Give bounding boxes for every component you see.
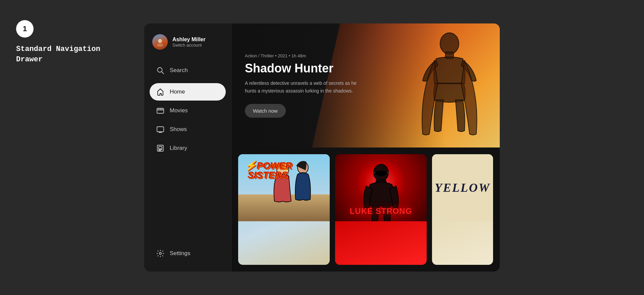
sidebar-item-home-label: Home <box>170 88 185 95</box>
svg-line-3 <box>162 72 164 74</box>
movies-icon <box>156 107 164 115</box>
profile-name: Ashley Miller <box>172 37 206 43</box>
sidebar-item-movies[interactable]: Movies <box>150 102 226 119</box>
shows-icon <box>156 125 164 133</box>
hero-meta: Action / Thriller • 2021 • 1h 48m <box>245 53 486 58</box>
movie-card-power-sisters-inner: ⚡POWERSISTERS <box>238 154 330 221</box>
content-grid: ⚡POWERSISTERS <box>231 148 500 272</box>
sidebar-bottom: Settings <box>144 239 231 272</box>
svg-point-16 <box>159 252 161 254</box>
avatar-inner <box>152 34 168 50</box>
sidebar-profile[interactable]: Ashley Miller Switch account <box>144 23 231 59</box>
svg-rect-9 <box>157 127 164 132</box>
profile-info: Ashley Miller Switch account <box>172 37 206 48</box>
svg-point-1 <box>157 43 163 47</box>
movie-card-luke-strong-inner: LUKE STRONG <box>335 154 427 221</box>
avatar <box>152 34 168 50</box>
left-annotation: 1 Standard Navigation Drawer <box>16 20 100 65</box>
nav-items: Search Home <box>144 59 231 239</box>
movie-card-yellow-inner: YELLOW <box>432 154 493 221</box>
library-icon <box>156 144 164 152</box>
sidebar-item-home[interactable]: Home <box>150 83 226 101</box>
sidebar: Ashley Miller Switch account Search <box>144 23 231 272</box>
power-sisters-bg: ⚡POWERSISTERS <box>238 154 330 221</box>
step-badge: 1 <box>16 20 34 38</box>
home-icon <box>156 88 164 96</box>
annotation-title: Standard Navigation Drawer <box>16 44 100 65</box>
hero-content: Action / Thriller • 2021 • 1h 48m Shadow… <box>231 23 500 148</box>
settings-icon <box>156 249 164 257</box>
svg-point-0 <box>158 39 162 43</box>
sidebar-item-shows-label: Shows <box>170 126 187 133</box>
yellow-bg: YELLOW <box>432 154 493 221</box>
sidebar-item-library[interactable]: Library <box>150 139 226 157</box>
sidebar-item-search-label: Search <box>170 67 188 74</box>
sidebar-item-search[interactable]: Search <box>150 62 226 79</box>
yellow-title: YELLOW <box>435 181 490 195</box>
hero-section: Action / Thriller • 2021 • 1h 48m Shadow… <box>231 23 500 148</box>
movie-card-power-sisters[interactable]: ⚡POWERSISTERS <box>238 154 330 265</box>
movie-card-luke-strong[interactable]: LUKE STRONG <box>335 154 427 265</box>
sidebar-item-settings-label: Settings <box>170 250 190 257</box>
sidebar-item-shows[interactable]: Shows <box>150 121 226 138</box>
movie-card-yellow[interactable]: YELLOW <box>432 154 493 265</box>
search-icon <box>156 66 164 74</box>
svg-rect-13 <box>159 146 162 149</box>
sidebar-item-movies-label: Movies <box>170 107 188 114</box>
luke-strong-bg: LUKE STRONG <box>335 154 427 221</box>
app-window: Ashley Miller Switch account Search <box>144 23 500 272</box>
main-content: Action / Thriller • 2021 • 1h 48m Shadow… <box>231 23 500 272</box>
sidebar-item-library-label: Library <box>170 145 187 152</box>
luke-strong-title: LUKE STRONG <box>335 206 427 216</box>
watch-now-button[interactable]: Watch now <box>245 104 286 118</box>
hero-desc: A relentless detective unravels a web of… <box>245 79 359 95</box>
sidebar-item-settings[interactable]: Settings <box>150 245 226 262</box>
switch-account-link[interactable]: Switch account <box>172 43 206 48</box>
hero-title: Shadow Hunter <box>245 62 486 75</box>
page-wrapper: 1 Standard Navigation Drawer Ash <box>0 0 644 295</box>
power-sisters-title: ⚡POWERSISTERS <box>245 161 292 180</box>
